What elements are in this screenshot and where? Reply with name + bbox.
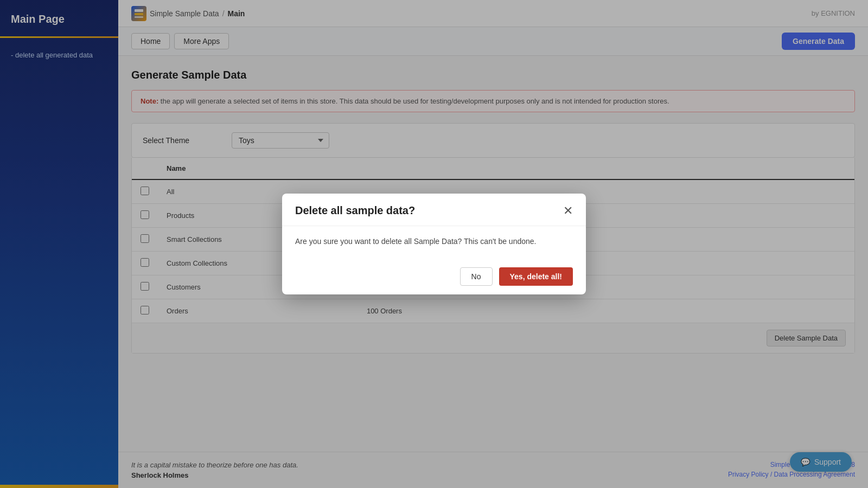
main-content: Simple Sample Data / Main by EGNITION Ho… xyxy=(118,0,868,488)
modal-no-button[interactable]: No xyxy=(460,267,493,286)
modal-yes-button[interactable]: Yes, delete all! xyxy=(499,267,573,286)
delete-modal: Delete all sample data? ✕ Are you sure y… xyxy=(282,194,586,294)
modal-footer: No Yes, delete all! xyxy=(282,259,586,294)
modal-title: Delete all sample data? xyxy=(295,204,415,217)
modal-close-button[interactable]: ✕ xyxy=(563,205,573,217)
modal-overlay: Delete all sample data? ✕ Are you sure y… xyxy=(118,0,868,488)
modal-body: Are you sure you want to delete all Samp… xyxy=(282,226,586,259)
modal-body-text: Are you sure you want to delete all Samp… xyxy=(295,237,573,246)
modal-header: Delete all sample data? ✕ xyxy=(282,194,586,226)
